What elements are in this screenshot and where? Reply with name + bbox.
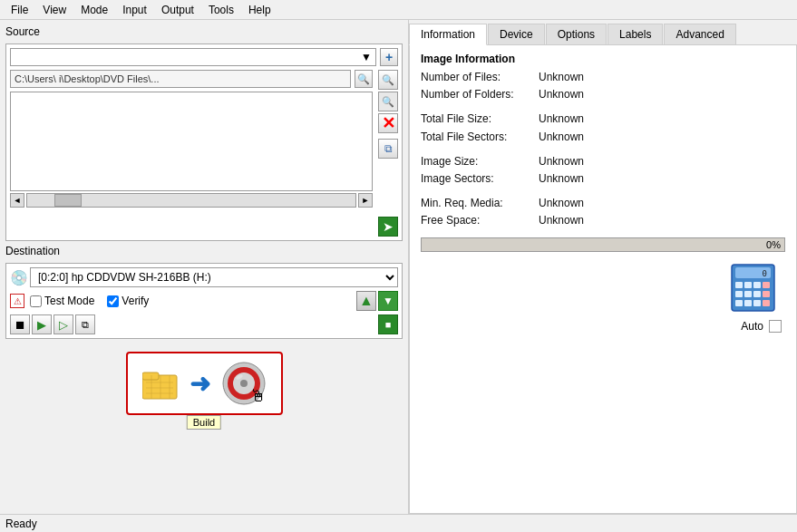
calculator-area: 0: [421, 263, 785, 313]
destination-select[interactable]: [0:2:0] hp CDDVDW SH-216BB (H:): [30, 267, 398, 287]
source-browse-button[interactable]: 🔍: [355, 70, 373, 88]
info-group-media: Min. Req. Media: Unknown Free Space: Unk…: [421, 195, 785, 229]
info-label-totalsize: Total File Size:: [421, 111, 539, 128]
info-value-minmedia: Unknown: [539, 195, 584, 212]
test-mode-label[interactable]: Test Mode: [30, 295, 94, 307]
auto-row: Auto: [421, 320, 785, 333]
svg-text:0: 0: [763, 269, 767, 278]
destination-section: 💿 [0:2:0] hp CDDVDW SH-216BB (H:) ⚠ Test…: [5, 263, 403, 339]
verify-checkbox[interactable]: [107, 295, 119, 307]
svg-rect-25: [744, 300, 752, 306]
menu-help[interactable]: Help: [241, 2, 278, 18]
horizontal-scrollbar[interactable]: [26, 193, 356, 208]
info-label-totalsectors: Total File Sectors:: [421, 129, 539, 146]
magnify-minus-button[interactable]: 🔍: [378, 92, 398, 111]
test-mode-icon[interactable]: ⚠: [10, 294, 24, 308]
source-dropdown[interactable]: ▼: [10, 48, 376, 66]
menu-output[interactable]: Output: [154, 2, 201, 18]
info-value-freespace: Unknown: [539, 212, 584, 229]
dest-nav-buttons: ▲ ▼: [356, 291, 398, 311]
status-text: Ready: [5, 517, 37, 530]
tab-advanced[interactable]: Advanced: [664, 24, 735, 44]
menubar: File View Mode Input Output Tools Help: [0, 0, 797, 20]
source-section: ▼ + C:\Users\ i\Desktop\DVD Files\... 🔍: [5, 44, 403, 241]
source-path-row: C:\Users\ i\Desktop\DVD Files\... 🔍: [10, 70, 373, 88]
svg-rect-23: [763, 291, 770, 297]
svg-rect-24: [735, 300, 743, 306]
info-group-files: Number of Files: Unknown Number of Folde…: [421, 69, 785, 103]
svg-rect-27: [763, 300, 770, 306]
info-row-freespace: Free Space: Unknown: [421, 212, 785, 229]
info-row-imagesectors: Image Sectors: Unknown: [421, 170, 785, 188]
calculator-icon: 0: [728, 263, 778, 313]
menu-tools[interactable]: Tools: [201, 2, 241, 18]
info-row-minmedia: Min. Req. Media: Unknown: [421, 195, 785, 212]
toolbar-icon-1: ⏹: [15, 318, 26, 332]
source-add-button[interactable]: +: [380, 48, 398, 66]
info-row-totalsectors: Total File Sectors: Unknown: [421, 129, 785, 146]
build-section: ➜ 🖱: [5, 343, 403, 433]
source-label: Source: [5, 25, 403, 38]
svg-rect-20: [735, 291, 743, 297]
scroll-left-btn[interactable]: ◄: [10, 193, 24, 208]
destination-label: Destination: [5, 245, 403, 257]
toolbar-btn-2[interactable]: ▶: [32, 314, 52, 334]
svg-rect-16: [735, 282, 743, 288]
info-label-freespace: Free Space:: [421, 212, 539, 229]
menu-input[interactable]: Input: [115, 2, 154, 18]
tab-information[interactable]: Information: [409, 24, 487, 45]
dest-dropdown-row: 💿 [0:2:0] hp CDDVDW SH-216BB (H:): [10, 267, 398, 287]
verify-text: Verify: [121, 295, 149, 307]
info-value-imagesectors: Unknown: [539, 170, 584, 188]
tab-labels[interactable]: Labels: [607, 24, 663, 44]
source-path-input[interactable]: C:\Users\ i\Desktop\DVD Files\...: [10, 70, 351, 88]
tab-device[interactable]: Device: [488, 24, 545, 44]
toolbar-icon-3: ▷: [59, 318, 68, 332]
copy-button[interactable]: ⧉: [378, 139, 398, 159]
cursor-icon: 🖱: [250, 387, 267, 406]
tabs-header: Information Device Options Labels Advanc…: [409, 20, 797, 45]
drive-icon: 💿: [10, 268, 28, 286]
source-content-row: C:\Users\ i\Desktop\DVD Files\... 🔍 ◄: [10, 70, 398, 237]
dest-prev-button[interactable]: ▲: [356, 291, 376, 311]
toolbar-row: ⏹ ▶ ▷ ⧉ ■: [10, 314, 398, 334]
toolbar-green-icon: ■: [385, 319, 392, 330]
source-header: ▼ +: [10, 48, 398, 66]
dest-options-row: ⚠ Test Mode Verify ▲ ▼: [10, 291, 398, 311]
right-panel: Information Device Options Labels Advanc…: [408, 20, 797, 514]
svg-rect-17: [744, 282, 752, 288]
dest-next-button[interactable]: ▼: [378, 291, 398, 311]
source-green-button[interactable]: ➤: [378, 217, 398, 237]
info-group-sizes: Total File Size: Unknown Total File Sect…: [421, 111, 785, 145]
test-mode-checkbox[interactable]: [30, 295, 42, 307]
next-arrow-icon: ▼: [383, 295, 394, 307]
auto-checkbox[interactable]: [769, 320, 782, 333]
info-label-numfiles: Number of Files:: [421, 69, 539, 86]
info-label-imagesectors: Image Sectors:: [421, 170, 539, 188]
source-dropdown-arrow: ▼: [361, 51, 372, 63]
plus-icon: +: [385, 50, 393, 64]
delete-button[interactable]: ✕: [378, 113, 398, 133]
info-row-numfiles: Number of Files: Unknown: [421, 69, 785, 86]
info-row-imagesize: Image Size: Unknown: [421, 153, 785, 170]
toolbar-btn-1[interactable]: ⏹: [10, 314, 30, 334]
menu-view[interactable]: View: [35, 2, 73, 18]
tab-content-information: Image Information Number of Files: Unkno…: [409, 45, 797, 514]
warning-icon: ⚠: [14, 296, 22, 306]
green-arrow-icon: ➤: [383, 219, 394, 234]
toolbar-green-btn[interactable]: ■: [378, 314, 398, 334]
side-buttons: 🔍 🔍 ✕ ⧉ ➤: [378, 70, 398, 237]
menu-file[interactable]: File: [4, 2, 35, 18]
statusbar: Ready: [0, 514, 797, 532]
tab-options[interactable]: Options: [546, 24, 607, 44]
build-button[interactable]: ➜ 🖱: [126, 352, 283, 415]
svg-rect-18: [753, 282, 761, 288]
menu-mode[interactable]: Mode: [73, 2, 115, 18]
toolbar-btn-3[interactable]: ▷: [53, 314, 73, 334]
file-list[interactable]: [10, 92, 373, 191]
search-magnify-button[interactable]: 🔍: [378, 70, 398, 90]
scroll-right-btn[interactable]: ►: [358, 193, 373, 208]
info-row-totalsize: Total File Size: Unknown: [421, 111, 785, 128]
toolbar-btn-4[interactable]: ⧉: [75, 314, 95, 334]
verify-label[interactable]: Verify: [107, 295, 149, 307]
